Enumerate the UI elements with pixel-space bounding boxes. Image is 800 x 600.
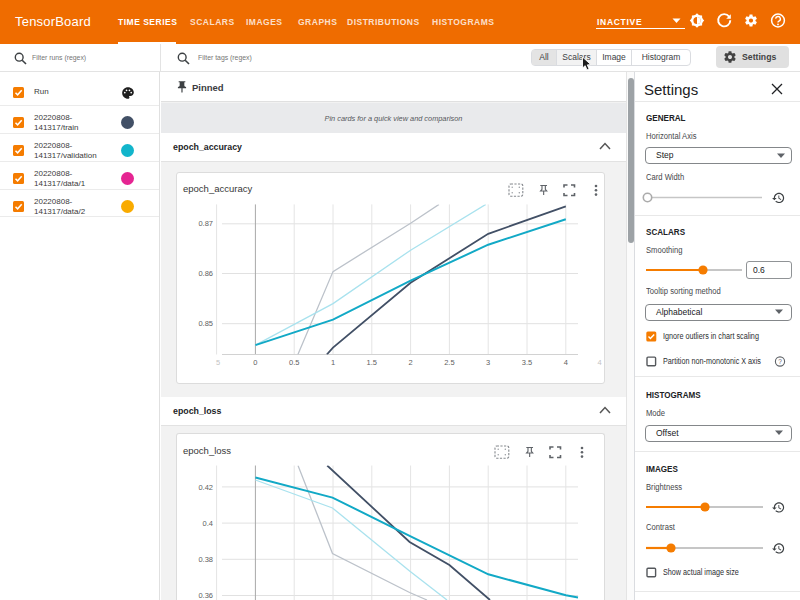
svg-text:3: 3 [486, 358, 490, 367]
svg-text:?: ? [778, 358, 782, 365]
svg-text:4: 4 [597, 358, 601, 367]
svg-text:0.38: 0.38 [198, 555, 213, 564]
svg-text:1.5: 1.5 [367, 358, 377, 367]
svg-text:5: 5 [216, 358, 220, 367]
svg-text:0.36: 0.36 [198, 591, 213, 600]
svg-text:0.85: 0.85 [198, 319, 213, 328]
svg-text:2: 2 [409, 358, 413, 367]
svg-text:0.4: 0.4 [203, 519, 213, 528]
svg-text:0.42: 0.42 [198, 483, 213, 492]
svg-text:4: 4 [564, 358, 568, 367]
svg-text:0: 0 [253, 358, 257, 367]
svg-text:2.5: 2.5 [444, 358, 454, 367]
svg-text:0.5: 0.5 [289, 358, 299, 367]
svg-text:0.87: 0.87 [198, 219, 213, 228]
svg-text:3.5: 3.5 [522, 358, 532, 367]
svg-text:1: 1 [331, 358, 335, 367]
svg-text:0.86: 0.86 [198, 269, 213, 278]
